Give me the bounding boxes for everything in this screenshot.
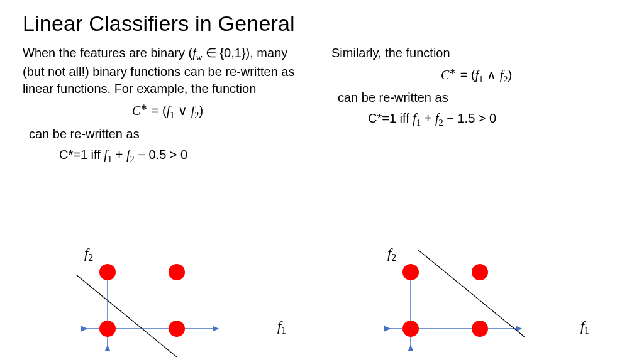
left-paragraph-1: When the features are binary (fw ∈ {0,1}… [23, 45, 313, 97]
x-axis-label: f1 [277, 318, 286, 336]
sub-1: 1 [170, 110, 174, 120]
right-equation-and: C∗ = (f1 ∧ f2) [331, 65, 621, 85]
sub-w: w [196, 52, 203, 62]
svg-point-4 [169, 321, 185, 337]
chart-or: f2 f1 [51, 250, 290, 357]
threshold: − 1.5 > 0 [443, 111, 497, 125]
plus: + [112, 148, 126, 162]
text: = ( [457, 68, 475, 82]
chart-or-svg [51, 250, 290, 357]
left-column: When the features are binary (fw ∈ {0,1}… [23, 45, 313, 169]
right-paragraph-2: can be re-written as [338, 89, 621, 106]
and-op: ∧ [484, 68, 500, 82]
svg-line-9 [380, 250, 525, 337]
y-axis-label: f2 [84, 245, 93, 263]
or-op: ∨ [175, 104, 191, 118]
threshold: − 0.5 > 0 [135, 148, 188, 162]
text: C*=1 iff [59, 148, 104, 162]
x-axis-label: f1 [580, 318, 589, 336]
text: C*=1 iff [368, 111, 413, 125]
text: = ( [148, 104, 166, 118]
left-equation-linear: C*=1 iff f1 + f2 − 0.5 > 0 [59, 146, 313, 165]
sub-1: 1 [479, 74, 483, 84]
set-membership: ∈ {0,1} [202, 46, 245, 60]
superscript-star: ∗ [449, 66, 457, 76]
sub-1: 1 [584, 325, 589, 336]
right-paragraph-1: Similarly, the function [331, 45, 621, 62]
svg-point-13 [472, 264, 488, 280]
sub-2: 2 [130, 154, 134, 164]
chart-and-svg [354, 250, 593, 357]
superscript-star: ∗ [140, 102, 148, 112]
svg-point-11 [472, 321, 488, 337]
plus: + [421, 111, 435, 125]
svg-line-2 [77, 275, 222, 358]
content-columns: When the features are binary (fw ∈ {0,1}… [23, 45, 621, 169]
var-c: C [132, 104, 140, 118]
page-title: Linear Classifiers in General [23, 11, 621, 36]
left-paragraph-2: can be re-written as [29, 126, 313, 143]
y-axis-label: f2 [387, 245, 396, 263]
text: ) [199, 104, 203, 118]
chart-and: f2 f1 [354, 250, 593, 357]
right-equation-linear: C*=1 iff f1 + f2 − 1.5 > 0 [368, 110, 621, 129]
svg-point-6 [169, 264, 185, 280]
svg-point-10 [402, 321, 419, 337]
left-equation-or: C∗ = (f1 ∨ f2) [23, 101, 313, 121]
chart-row: f2 f1 f2 f1 [0, 250, 644, 357]
svg-point-12 [402, 264, 419, 280]
text: ) [508, 68, 512, 82]
sub-2: 2 [438, 118, 443, 128]
sub-1: 1 [281, 325, 286, 336]
sub-2: 2 [391, 252, 396, 263]
right-column: Similarly, the function C∗ = (f1 ∧ f2) c… [331, 45, 621, 169]
sub-2: 2 [88, 252, 93, 263]
svg-point-3 [99, 321, 116, 337]
svg-point-5 [99, 264, 116, 280]
text: When the features are binary ( [23, 46, 192, 60]
var-c: C [441, 68, 449, 82]
